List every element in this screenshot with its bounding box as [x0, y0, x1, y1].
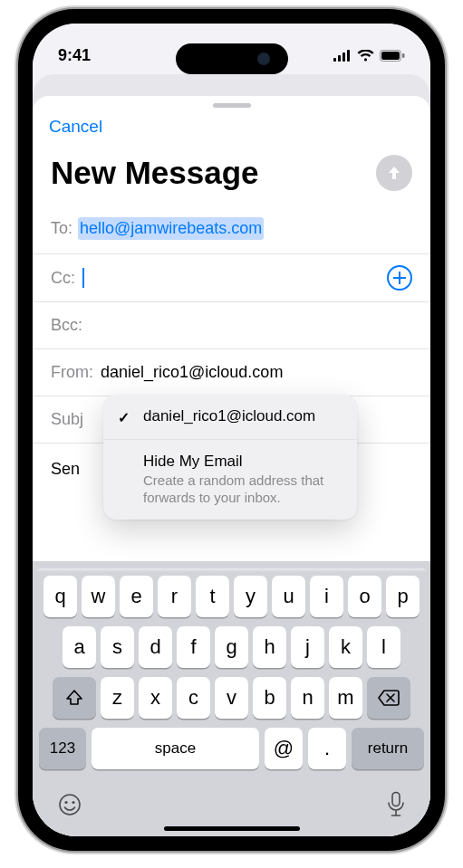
title-row: New Message — [33, 140, 430, 204]
text-cursor — [82, 268, 84, 288]
cellular-icon — [333, 50, 352, 62]
sheet-nav: Cancel — [33, 108, 430, 140]
key-u[interactable]: u — [272, 576, 305, 617]
bcc-field[interactable]: Bcc: — [33, 302, 430, 349]
key-v[interactable]: v — [215, 677, 248, 719]
status-time: 9:41 — [58, 46, 91, 65]
svg-rect-3 — [347, 50, 350, 62]
send-button[interactable] — [376, 155, 412, 191]
status-icons — [333, 50, 405, 62]
home-indicator[interactable] — [164, 826, 300, 831]
delete-key[interactable] — [367, 677, 410, 719]
key-y[interactable]: y — [234, 576, 267, 617]
key-rows: qwertyuiop asdfghjkl zxcvbnm 123space@.r… — [37, 572, 426, 780]
to-recipient-token[interactable]: hello@jamwirebeats.com — [78, 217, 264, 240]
hide-my-email-subtitle: Create a random address that forwards to… — [143, 472, 342, 507]
hide-my-email-option[interactable]: Hide My Email Create a random address th… — [103, 440, 357, 520]
wifi-icon — [357, 50, 374, 62]
key-b[interactable]: b — [253, 677, 286, 719]
add-contact-button[interactable] — [387, 265, 412, 291]
compose-sheet: Cancel New Message To: hello@jamwirebeat… — [33, 96, 430, 836]
key-r[interactable]: r — [158, 576, 191, 617]
svg-point-7 — [60, 795, 80, 815]
dynamic-island — [176, 43, 288, 74]
battery-icon — [380, 50, 405, 62]
key-c[interactable]: c — [177, 677, 210, 719]
key-j[interactable]: j — [291, 626, 324, 668]
svg-rect-2 — [342, 52, 345, 62]
key-[interactable]: . — [308, 728, 346, 769]
screen: 9:41 Cancel New Message To: — [33, 24, 430, 836]
svg-rect-0 — [333, 58, 336, 62]
from-popover: ✓ daniel_rico1@icloud.com Hide My Email … — [103, 395, 357, 520]
key-row-2: asdfghjkl — [37, 626, 426, 668]
svg-point-9 — [72, 801, 74, 804]
iphone-frame: 9:41 Cancel New Message To: — [18, 9, 445, 851]
from-option-label: daniel_rico1@icloud.com — [143, 407, 342, 425]
key-[interactable]: @ — [265, 728, 303, 769]
key-k[interactable]: k — [329, 626, 362, 668]
key-x[interactable]: x — [139, 677, 172, 719]
cancel-button[interactable]: Cancel — [49, 117, 102, 137]
from-label: From: — [51, 363, 93, 382]
key-e[interactable]: e — [120, 576, 153, 617]
page-title: New Message — [51, 155, 259, 191]
cc-field[interactable]: Cc: — [33, 254, 430, 302]
key-n[interactable]: n — [291, 677, 324, 719]
key-p[interactable]: p — [386, 576, 420, 617]
hide-my-email-title: Hide My Email — [143, 453, 342, 471]
key-row-3: zxcvbnm — [37, 677, 426, 719]
dictation-button[interactable] — [386, 791, 406, 822]
from-value: daniel_rico1@icloud.com — [101, 363, 283, 382]
from-field[interactable]: From: daniel_rico1@icloud.com — [33, 349, 430, 396]
checkmark-icon: ✓ — [118, 407, 134, 426]
svg-point-8 — [64, 801, 67, 804]
arrow-up-icon — [385, 164, 403, 182]
key-z[interactable]: z — [101, 677, 134, 719]
key-h[interactable]: h — [253, 626, 286, 668]
emoji-button[interactable] — [57, 792, 82, 821]
to-field[interactable]: To: hello@jamwirebeats.com — [33, 204, 430, 254]
bcc-label: Bcc: — [51, 316, 82, 335]
key-d[interactable]: d — [139, 626, 172, 668]
signature-text: Sen — [51, 460, 80, 478]
cc-label: Cc: — [51, 269, 75, 288]
popover-indent — [118, 453, 134, 454]
shift-key[interactable] — [53, 677, 96, 719]
key-space[interactable]: space — [92, 728, 259, 769]
key-t[interactable]: t — [196, 576, 229, 617]
key-return[interactable]: return — [352, 728, 424, 769]
to-label: To: — [51, 219, 72, 238]
delete-icon — [378, 690, 400, 706]
svg-rect-10 — [392, 793, 400, 806]
svg-rect-6 — [402, 53, 405, 58]
keyboard: qwertyuiop asdfghjkl zxcvbnm 123space@.r… — [33, 561, 430, 836]
key-row-4: 123space@.return — [37, 728, 426, 769]
key-w[interactable]: w — [82, 576, 115, 617]
key-o[interactable]: o — [348, 576, 381, 617]
svg-rect-1 — [338, 55, 341, 62]
emoji-icon — [57, 792, 82, 817]
key-123[interactable]: 123 — [39, 728, 86, 769]
key-l[interactable]: l — [367, 626, 400, 668]
key-m[interactable]: m — [329, 677, 362, 719]
svg-rect-5 — [381, 52, 400, 60]
shift-icon — [65, 689, 83, 707]
key-s[interactable]: s — [101, 626, 134, 668]
key-g[interactable]: g — [215, 626, 248, 668]
key-row-1: qwertyuiop — [37, 576, 426, 617]
subject-label: Subj — [51, 410, 83, 429]
key-f[interactable]: f — [177, 626, 210, 668]
key-a[interactable]: a — [63, 626, 96, 668]
microphone-icon — [386, 791, 406, 818]
from-option-selected[interactable]: ✓ daniel_rico1@icloud.com — [103, 395, 357, 439]
key-i[interactable]: i — [310, 576, 343, 617]
key-q[interactable]: q — [43, 576, 77, 617]
